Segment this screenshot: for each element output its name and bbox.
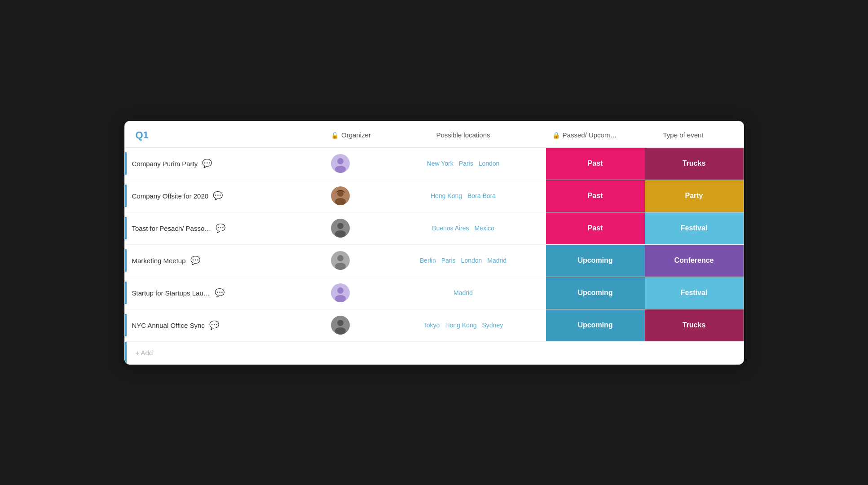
table-row: Marketing Meetup 💬 BerlinParisLondonMadr… <box>125 245 744 277</box>
row-name: Toast for Pesach/ Passo… <box>132 225 211 232</box>
locations-col-header: Possible locations <box>392 131 535 139</box>
row-name: Company Offsite for 2020 <box>132 192 209 200</box>
avatar <box>331 186 350 205</box>
locations-cell: Hong KongBora Bora <box>381 189 546 203</box>
chat-icon[interactable]: 💬 <box>209 320 219 330</box>
type-badge: Party <box>645 180 744 212</box>
location-tag: Mexico <box>475 225 494 232</box>
type-badge: Trucks <box>645 148 744 180</box>
svg-point-7 <box>337 223 344 229</box>
organizer-cell <box>300 316 381 335</box>
locations-cell: Madrid <box>381 286 546 300</box>
type-cell: Trucks <box>645 309 744 341</box>
status-badge: Past <box>546 212 645 244</box>
svg-point-16 <box>337 320 344 326</box>
row-name-cell: Marketing Meetup 💬 <box>125 249 300 272</box>
status-badge: Upcoming <box>546 245 645 277</box>
location-tag: London <box>479 160 500 167</box>
row-name: Company Purim Party <box>132 160 198 168</box>
add-button[interactable]: + Add <box>136 349 153 357</box>
table-header: Q1 🔒 Organizer Possible locations 🔒 Pass… <box>125 121 744 148</box>
locations-cell: New YorkParisLondon <box>381 156 546 171</box>
organizer-cell <box>300 251 381 270</box>
location-tag: Madrid <box>487 257 507 264</box>
location-tag: London <box>461 257 482 264</box>
table-row: Startup for Startups Lau… 💬 Madrid Upcom… <box>125 277 744 309</box>
type-cell: Conference <box>645 245 744 277</box>
svg-point-10 <box>337 255 344 261</box>
group-label: Q1 <box>136 129 311 141</box>
type-badge: Trucks <box>645 309 744 341</box>
svg-point-5 <box>335 198 346 205</box>
location-tag: New York <box>427 160 454 167</box>
location-tag: Hong Kong <box>445 322 476 329</box>
status-cell: Upcoming <box>546 309 645 341</box>
svg-point-4 <box>337 190 344 197</box>
row-name-cell: Company Offsite for 2020 💬 <box>125 185 300 207</box>
table-row: Company Purim Party 💬 New YorkParisLondo… <box>125 148 744 180</box>
location-tag: Hong Kong <box>431 192 462 199</box>
avatar <box>331 316 350 335</box>
svg-point-13 <box>337 287 344 294</box>
status-cell: Upcoming <box>546 245 645 277</box>
location-tag: Tokyo <box>423 322 440 329</box>
organizer-cell <box>300 154 381 173</box>
type-badge: Festival <box>645 212 744 244</box>
organizer-cell <box>300 283 381 302</box>
svg-point-11 <box>335 263 346 270</box>
chat-icon[interactable]: 💬 <box>202 159 212 168</box>
svg-point-14 <box>335 295 346 302</box>
location-tag: Madrid <box>454 289 473 296</box>
status-badge: Upcoming <box>546 277 645 309</box>
chat-icon[interactable]: 💬 <box>213 191 223 201</box>
avatar <box>331 154 350 173</box>
avatar <box>331 283 350 302</box>
row-name: Marketing Meetup <box>132 257 186 265</box>
type-cell: Party <box>645 180 744 212</box>
type-badge: Conference <box>645 245 744 277</box>
avatar <box>331 219 350 238</box>
row-name-cell: NYC Annual Office Sync 💬 <box>125 314 300 336</box>
row-name: Startup for Startups Lau… <box>132 289 210 297</box>
row-name-cell: Toast for Pesach/ Passo… 💬 <box>125 217 300 239</box>
chat-icon[interactable]: 💬 <box>216 223 225 233</box>
type-badge: Festival <box>645 277 744 309</box>
table-row: Toast for Pesach/ Passo… 💬 Buenos AiresM… <box>125 212 744 245</box>
location-tag: Paris <box>459 160 473 167</box>
status-lock-icon: 🔒 <box>552 132 560 139</box>
status-cell: Upcoming <box>546 277 645 309</box>
type-cell: Trucks <box>645 148 744 180</box>
avatar <box>331 251 350 270</box>
svg-point-8 <box>335 230 346 238</box>
main-card: Q1 🔒 Organizer Possible locations 🔒 Pass… <box>124 121 744 365</box>
table-body: Company Purim Party 💬 New YorkParisLondo… <box>125 148 744 364</box>
table-row: Company Offsite for 2020 💬 Hong KongBora… <box>125 180 744 212</box>
chat-icon[interactable]: 💬 <box>190 256 200 265</box>
type-cell: Festival <box>645 277 744 309</box>
type-col-header: Type of event <box>634 131 733 139</box>
organizer-cell <box>300 219 381 238</box>
row-name-cell: Company Purim Party 💬 <box>125 152 300 175</box>
location-tag: Bora Bora <box>467 192 496 199</box>
organizer-col-header: 🔒 Organizer <box>311 131 392 139</box>
status-badge: Past <box>546 148 645 180</box>
locations-cell: TokyoHong KongSydney <box>381 318 546 332</box>
status-cell: Past <box>546 212 645 244</box>
status-col-header: 🔒 Passed/ Upcom… <box>535 131 634 139</box>
status-cell: Past <box>546 180 645 212</box>
row-name-cell: Startup for Startups Lau… 💬 <box>125 282 300 304</box>
status-badge: Past <box>546 180 645 212</box>
location-tag: Buenos Aires <box>432 225 469 232</box>
type-cell: Festival <box>645 212 744 244</box>
status-badge: Upcoming <box>546 309 645 341</box>
row-name: NYC Annual Office Sync <box>132 322 205 329</box>
svg-point-2 <box>335 166 346 173</box>
svg-point-1 <box>337 158 344 164</box>
add-row: + Add <box>125 342 744 364</box>
location-tag: Sydney <box>482 322 503 329</box>
locations-cell: Buenos AiresMexico <box>381 221 546 235</box>
location-tag: Berlin <box>420 257 436 264</box>
locations-cell: BerlinParisLondonMadrid <box>381 253 546 268</box>
table-row: NYC Annual Office Sync 💬 TokyoHong KongS… <box>125 309 744 342</box>
chat-icon[interactable]: 💬 <box>215 288 225 298</box>
